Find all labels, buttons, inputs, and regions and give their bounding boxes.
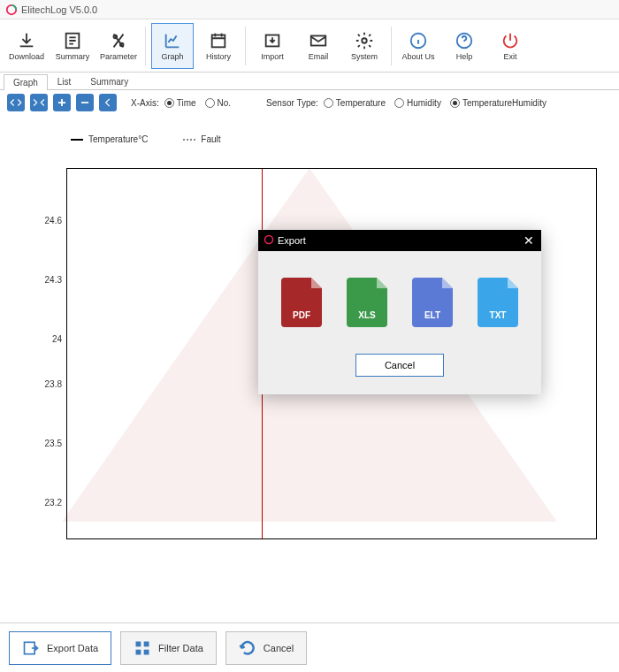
- sensor-temphum-label: TemperatureHumidity: [462, 98, 546, 108]
- collapse-button[interactable]: [30, 94, 48, 111]
- bottom-action-bar: Export Data Filter Data Cancel: [0, 622, 619, 672]
- xaxis-no-label: No.: [218, 98, 232, 108]
- chart-legend: Temperature°C Fault: [9, 124, 601, 155]
- graph-button[interactable]: Graph: [151, 23, 194, 69]
- help-button[interactable]: Help: [443, 23, 485, 69]
- email-button[interactable]: Email: [297, 23, 340, 69]
- summary-button[interactable]: Summary: [51, 23, 94, 69]
- graph-label: Graph: [161, 52, 183, 61]
- email-label: Email: [309, 52, 329, 61]
- app-title: ElitechLog V5.0.0: [21, 4, 97, 15]
- exit-label: Exit: [503, 52, 516, 61]
- sensor-label: Sensor Type:: [266, 98, 318, 108]
- undo-icon: [239, 639, 256, 657]
- app-logo-icon: [264, 234, 274, 247]
- export-cancel-button[interactable]: Cancel: [355, 354, 444, 377]
- power-icon: [501, 31, 520, 50]
- export-elt-button[interactable]: ELT: [412, 278, 453, 327]
- txt-label: TXT: [490, 310, 507, 320]
- main-toolbar: Download Summary Parameter Graph History…: [0, 19, 619, 73]
- export-data-label: Export Data: [47, 643, 98, 653]
- sensor-temperature-label: Temperature: [336, 98, 386, 108]
- export-dialog-header[interactable]: Export ✕: [258, 230, 541, 251]
- y-tick: 23.8: [37, 378, 62, 388]
- parameter-button[interactable]: Parameter: [97, 23, 140, 69]
- xaxis-no-radio[interactable]: No.: [205, 98, 232, 108]
- title-bar: ElitechLog V5.0.0: [0, 0, 619, 19]
- aboutus-label: About Us: [401, 52, 434, 61]
- expand-left-right-button[interactable]: [7, 94, 25, 111]
- system-button[interactable]: System: [343, 23, 386, 69]
- svg-rect-4: [212, 34, 225, 47]
- close-icon[interactable]: ✕: [522, 233, 536, 248]
- toolbar-separator: [391, 27, 392, 65]
- download-icon: [17, 31, 36, 50]
- y-tick: 24.3: [37, 275, 62, 285]
- parameter-icon: [109, 31, 128, 50]
- filter-data-label: Filter Data: [158, 643, 203, 653]
- svg-rect-14: [144, 649, 149, 654]
- xaxis-label: X-Axis:: [131, 98, 159, 108]
- parameter-label: Parameter: [100, 52, 137, 61]
- history-button[interactable]: History: [197, 23, 240, 69]
- exit-button[interactable]: Exit: [489, 23, 531, 69]
- export-format-row: PDF XLS ELT TXT: [281, 278, 518, 327]
- download-label: Download: [9, 52, 44, 61]
- legend-dotted-icon: [183, 139, 195, 141]
- svg-rect-11: [136, 641, 141, 646]
- y-tick: 23.5: [37, 438, 62, 447]
- cancel-button[interactable]: Cancel: [225, 631, 307, 665]
- y-tick: 23.2: [37, 498, 62, 508]
- history-label: History: [206, 52, 231, 61]
- export-pdf-button[interactable]: PDF: [281, 278, 322, 327]
- email-icon: [309, 31, 328, 50]
- xaxis-time-radio[interactable]: Time: [164, 98, 196, 108]
- zoom-out-button[interactable]: [76, 94, 94, 111]
- history-icon: [209, 31, 228, 50]
- system-label: System: [351, 52, 378, 61]
- sensor-humidity-radio[interactable]: Humidity: [394, 98, 441, 108]
- export-txt-button[interactable]: TXT: [478, 278, 518, 327]
- legend-temperature: Temperature°C: [71, 134, 148, 144]
- summary-icon: [63, 31, 82, 50]
- pdf-label: PDF: [293, 310, 310, 320]
- info-icon: [409, 31, 428, 50]
- y-tick: 24: [37, 334, 62, 344]
- legend-fault-label: Fault: [201, 134, 220, 144]
- xls-label: XLS: [358, 310, 375, 320]
- filter-data-button[interactable]: Filter Data: [120, 631, 217, 665]
- svg-rect-13: [136, 649, 141, 654]
- import-button[interactable]: Import: [251, 23, 294, 69]
- back-button[interactable]: [99, 94, 117, 111]
- elt-label: ELT: [424, 310, 440, 320]
- svg-point-7: [362, 38, 367, 43]
- summary-label: Summary: [56, 52, 90, 61]
- legend-line-icon: [71, 139, 83, 141]
- aboutus-button[interactable]: About Us: [397, 23, 439, 69]
- app-logo-icon: [5, 4, 18, 16]
- cancel-label: Cancel: [264, 643, 294, 653]
- download-button[interactable]: Download: [5, 23, 48, 69]
- tab-graph[interactable]: Graph: [4, 74, 48, 90]
- sensor-temphum-radio[interactable]: TemperatureHumidity: [450, 98, 546, 108]
- legend-temperature-label: Temperature°C: [88, 134, 148, 144]
- legend-fault: Fault: [183, 134, 220, 144]
- export-xls-button[interactable]: XLS: [347, 278, 387, 327]
- sensor-temperature-radio[interactable]: Temperature: [324, 98, 386, 108]
- system-icon: [355, 31, 374, 50]
- export-dialog-body: PDF XLS ELT TXT Cancel: [258, 251, 541, 394]
- export-dialog: Export ✕ PDF XLS ELT TXT Cancel: [258, 230, 541, 394]
- tab-list[interactable]: List: [48, 73, 81, 89]
- tab-summary[interactable]: Summary: [80, 73, 138, 89]
- svg-point-15: [265, 236, 273, 244]
- y-tick: 24.6: [37, 215, 62, 225]
- filter-icon: [134, 639, 151, 657]
- toolbar-separator: [145, 27, 146, 65]
- export-icon: [22, 639, 40, 657]
- xaxis-time-label: Time: [177, 98, 196, 108]
- zoom-in-button[interactable]: [53, 94, 71, 111]
- export-dialog-title: Export: [278, 235, 306, 246]
- export-data-button[interactable]: Export Data: [9, 631, 111, 665]
- svg-rect-12: [144, 641, 149, 646]
- graph-controls: X-Axis: Time No. Sensor Type: Temperatur…: [0, 90, 619, 115]
